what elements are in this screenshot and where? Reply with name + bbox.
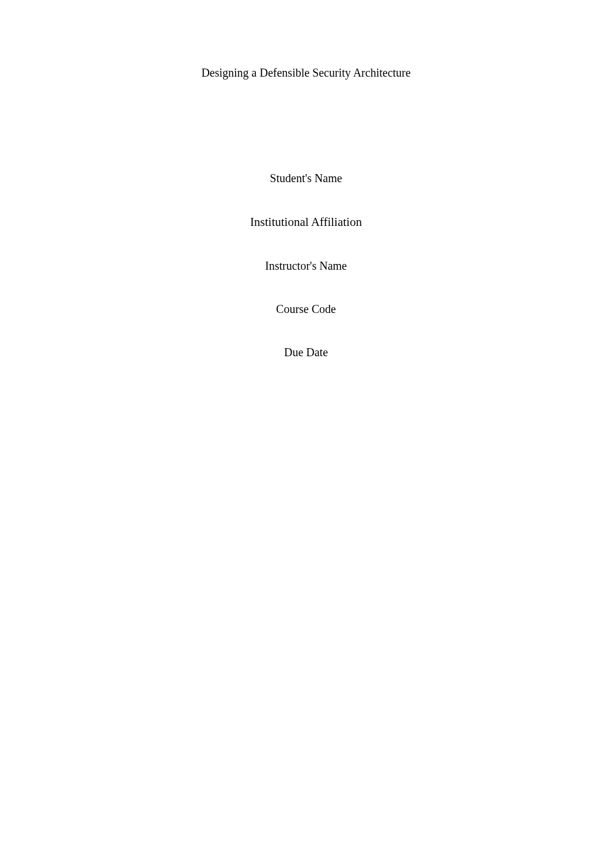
document-title: Designing a Defensible Security Architec… <box>0 66 612 80</box>
instructor-name-field: Instructor's Name <box>0 259 612 273</box>
due-date-field: Due Date <box>0 346 612 359</box>
student-name-field: Student's Name <box>0 172 612 185</box>
course-code-field: Course Code <box>0 303 612 316</box>
title-page: Designing a Defensible Security Architec… <box>0 0 612 868</box>
institutional-affiliation-field: Institutional Affiliation <box>0 215 612 229</box>
